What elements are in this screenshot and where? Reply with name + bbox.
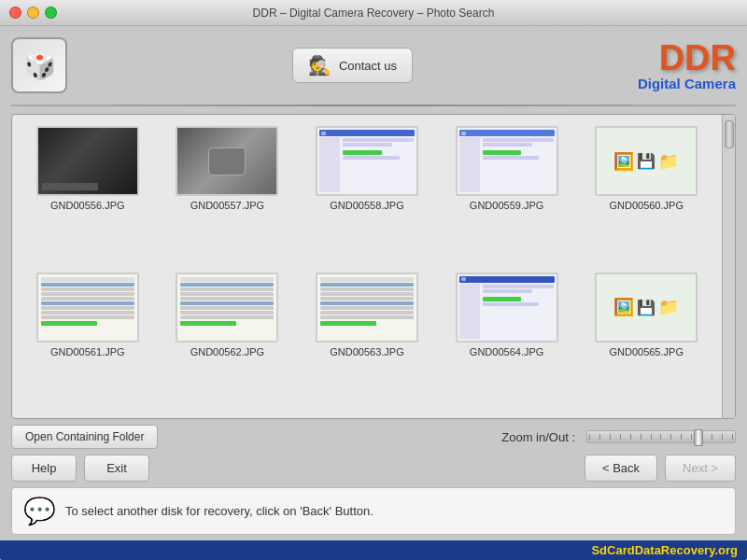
tick	[641, 434, 641, 440]
photo-thumbnail[interactable]	[176, 126, 278, 196]
header: 🎲 🕵️ Contact us DDR Digital Camera	[11, 34, 736, 97]
footer-brand: SdCardDataRecovery.org	[0, 540, 747, 560]
zoom-ticks	[587, 434, 735, 440]
zoom-label: Zoom in/Out :	[501, 430, 575, 444]
title-bar: DDR – Digital Camera Recovery – Photo Se…	[0, 0, 747, 26]
close-button[interactable]	[9, 7, 21, 19]
back-button[interactable]: < Back	[585, 455, 657, 482]
photo-filename: GND00558.JPG	[330, 200, 403, 211]
photo-item[interactable]: 🖼️ 💾 📁 GND00565.JPG	[582, 273, 711, 408]
photo-thumbnail[interactable]	[176, 273, 278, 343]
divider	[11, 105, 736, 106]
contact-label: Contact us	[339, 59, 397, 73]
tick	[670, 434, 671, 440]
status-bar: 💬 To select another disk for recovery, c…	[11, 487, 736, 535]
window-title: DDR – Digital Camera Recovery – Photo Se…	[253, 7, 495, 20]
photo-thumbnail[interactable]	[36, 273, 139, 343]
help-button[interactable]: Help	[11, 455, 77, 482]
photo-thumbnail[interactable]	[316, 273, 418, 343]
photo-filename: GND00563.JPG	[330, 346, 403, 357]
photo-item[interactable]: GND00564.JPG	[443, 273, 571, 408]
contact-icon: 🕵️	[308, 54, 331, 77]
tick	[681, 434, 682, 440]
next-button[interactable]: Next >	[665, 455, 736, 482]
logo-icon: 🎲	[11, 37, 67, 93]
scrollbar-thumb[interactable]	[725, 120, 734, 148]
photo-item[interactable]: GND00562.JPG	[163, 273, 292, 408]
photo-item[interactable]: GND00559.JPG	[443, 126, 571, 261]
contact-button[interactable]: 🕵️ Contact us	[292, 48, 413, 83]
photo-item[interactable]: GND00561.JPG	[23, 273, 152, 408]
main-container: 🎲 🕵️ Contact us DDR Digital Camera GND00…	[0, 26, 747, 560]
photo-item[interactable]: GND00563.JPG	[303, 273, 431, 408]
exit-button[interactable]: Exit	[84, 455, 149, 482]
photo-filename: GND00556.JPG	[50, 200, 124, 211]
tick	[660, 434, 661, 440]
toolbar-row: Open Containing Folder Zoom in/Out :	[11, 425, 736, 449]
tick	[712, 434, 712, 440]
tick	[691, 434, 692, 440]
photo-item[interactable]: 🖼️ 💾 📁 GND00560.JPG	[582, 126, 711, 261]
photo-thumbnail[interactable]: 🖼️ 💾 📁	[595, 126, 698, 196]
photo-filename: GND00560.JPG	[609, 200, 683, 211]
tick	[651, 434, 652, 440]
photo-item[interactable]: GND00557.JPG	[163, 126, 292, 261]
photo-thumbnail[interactable]: 🖼️ 💾 📁	[595, 273, 698, 343]
photo-filename: GND00564.JPG	[470, 346, 543, 357]
tick	[722, 434, 723, 440]
photo-grid[interactable]: GND00556.JPG GND00557.JPG GND00558.JPG	[12, 115, 722, 418]
footer-text: SdCardDataRecovery.org	[591, 543, 738, 557]
tick	[589, 434, 590, 440]
photo-filename: GND00557.JPG	[190, 200, 264, 211]
navigation-row: Help Exit < Back Next >	[11, 455, 736, 482]
tick	[630, 434, 631, 440]
nav-right: < Back Next >	[585, 455, 736, 482]
tick	[599, 434, 600, 440]
ddr-logo: DDR	[638, 40, 736, 76]
photo-area: GND00556.JPG GND00557.JPG GND00558.JPG	[11, 114, 736, 419]
status-message: To select another disk for recovery, cli…	[65, 504, 374, 518]
zoom-handle[interactable]	[694, 429, 703, 446]
zoom-slider[interactable]	[586, 430, 736, 443]
photo-filename: GND00562.JPG	[190, 346, 264, 357]
photo-item[interactable]: GND00556.JPG	[23, 126, 152, 261]
tick	[732, 434, 733, 440]
photo-filename: GND00565.JPG	[609, 346, 683, 357]
tick	[610, 434, 611, 440]
photo-thumbnail[interactable]	[456, 273, 558, 343]
brand-area: DDR Digital Camera	[638, 40, 736, 91]
minimize-button[interactable]	[27, 7, 39, 19]
ddr-subtitle: Digital Camera	[638, 76, 736, 91]
photo-thumbnail[interactable]	[456, 126, 558, 196]
scrollbar-track[interactable]	[722, 115, 735, 418]
window-controls[interactable]	[9, 7, 57, 19]
photo-item[interactable]: GND00558.JPG	[303, 126, 431, 261]
status-icon: 💬	[23, 496, 56, 526]
tick	[620, 434, 621, 440]
open-folder-button[interactable]: Open Containing Folder	[11, 425, 158, 449]
photo-thumbnail[interactable]	[36, 126, 139, 196]
photo-filename: GND00559.JPG	[470, 200, 543, 211]
maximize-button[interactable]	[45, 7, 57, 19]
photo-thumbnail[interactable]	[316, 126, 418, 196]
photo-filename: GND00561.JPG	[50, 346, 124, 357]
